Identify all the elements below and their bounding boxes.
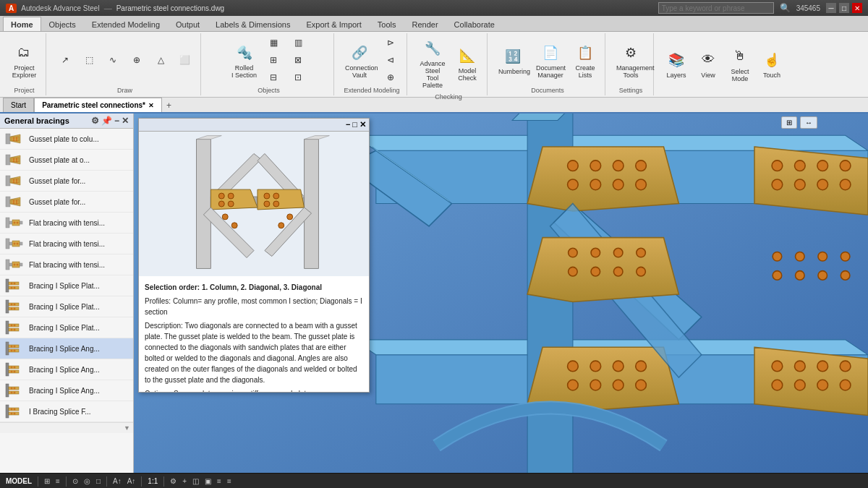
svg-point-137 [840, 380, 851, 390]
management-tools-button[interactable]: ⚙ ManagementTools [613, 39, 649, 82]
draw-btn-5[interactable]: △ [149, 52, 172, 68]
annotate-a1-icon[interactable]: A↑ [113, 477, 122, 485]
obj-btn-1[interactable]: ▦ [262, 35, 285, 51]
tab-output[interactable]: Output [168, 17, 208, 31]
draw-btn-2[interactable]: ⬚ [77, 52, 101, 68]
sidebar-item-10[interactable]: Bracing I Splice Plat... [0, 317, 133, 338]
sidebar-item-label-14: I Bracing Splice F... [29, 408, 91, 416]
preview-maximize-icon[interactable]: □ [352, 120, 357, 129]
vc-btn-2[interactable]: ↔ [800, 116, 817, 129]
tab-render[interactable]: Render [404, 17, 446, 31]
tab-add-button[interactable]: + [162, 99, 176, 112]
tab-collaborate[interactable]: Collaborate [446, 17, 503, 31]
svg-point-69 [11, 350, 13, 352]
ext-btn-3[interactable]: ⊕ [379, 69, 402, 85]
tab-start[interactable]: Start [3, 98, 34, 112]
rolled-i-section-button[interactable]: 🔩 RolledI Section [228, 39, 260, 82]
settings-status-icon[interactable]: ⚙ [170, 477, 176, 485]
sidebar-item-13[interactable]: Bracing I Splice Ang... [0, 380, 133, 401]
select-mode-button[interactable]: 🖱 SelectMode [725, 43, 755, 85]
grid-icon[interactable]: ⊞ [44, 477, 50, 485]
preview-description: Selection order: 1. Column, 2. Diagonal,… [139, 276, 369, 392]
circle-icon[interactable]: ◎ [84, 477, 90, 485]
draw-btn-4[interactable]: ⊕ [125, 52, 148, 68]
preview-image [139, 132, 369, 276]
menu1-icon[interactable]: ≡ [217, 477, 221, 485]
frame-icon[interactable]: ◫ [192, 477, 199, 485]
obj-btn-4[interactable]: ▥ [286, 35, 310, 51]
sidebar-item-2[interactable]: Gusset plate at o... [0, 150, 133, 171]
app-name: Autodesk Advance Steel [21, 4, 99, 12]
document-manager-button[interactable]: 📄 DocumentManager [532, 39, 569, 82]
numbering-button[interactable]: 🔢 Numbering [495, 43, 531, 78]
sidebar-item-1[interactable]: Gusset plate to colu... [0, 129, 133, 150]
sidebar-pin-icon[interactable]: 📌 [101, 116, 112, 126]
maximize-button[interactable]: □ [839, 3, 849, 13]
search-icon[interactable]: 🔍 [780, 3, 791, 13]
sidebar-item-4[interactable]: Gusset plate for... [0, 192, 133, 213]
menu2-icon[interactable]: ≡ [227, 477, 231, 485]
sidebar-item-5[interactable]: Flat bracing with tensi... [0, 213, 133, 234]
tab-labels[interactable]: Labels & Dimensions [208, 17, 298, 31]
obj-btn-3[interactable]: ⊟ [262, 69, 285, 85]
search-input[interactable] [658, 2, 774, 14]
plus-status-icon[interactable]: + [182, 477, 187, 485]
svg-point-129 [840, 179, 851, 190]
layers-button[interactable]: 📚 Layers [661, 46, 692, 82]
connection-vault-button[interactable]: 🔗 ConnectionVault [341, 39, 378, 82]
create-lists-button[interactable]: 📋 CreateLists [570, 39, 600, 82]
preview-close-icon[interactable]: ✕ [359, 120, 366, 129]
sidebar-item-3[interactable]: Gusset plate for... [0, 171, 133, 192]
obj-btn-6[interactable]: ⊡ [286, 69, 310, 85]
tab-tools[interactable]: Tools [370, 17, 404, 31]
sidebar-item-icon-11 [4, 341, 25, 356]
sidebar-item-8[interactable]: Bracing I Splice Plat... [0, 275, 133, 296]
sidebar-close-icon[interactable]: ✕ [122, 116, 129, 126]
obj-btn-5[interactable]: ⊠ [286, 52, 310, 68]
checking-group-label: Checking [435, 92, 462, 100]
sidebar-item-9[interactable]: Bracing I Splice Plat... [0, 296, 133, 317]
ext-btn-2[interactable]: ⊲ [379, 52, 402, 68]
sidebar-minus-icon[interactable]: − [114, 116, 119, 126]
svg-point-124 [817, 160, 828, 171]
draw-btn-3[interactable]: ∿ [101, 52, 124, 68]
box-icon[interactable]: □ [96, 477, 101, 485]
orbit-icon[interactable]: ⊙ [72, 477, 78, 485]
preview-minimize-icon[interactable]: − [346, 120, 350, 129]
draw-btn-6[interactable]: ⬜ [173, 52, 196, 68]
tab-close-icon[interactable]: ✕ [148, 102, 154, 109]
touch-button[interactable]: ☝ Touch [757, 46, 787, 82]
tab-parametric[interactable]: Parametric steel connections* ✕ [34, 98, 162, 112]
sidebar-item-12[interactable]: Bracing I Splice Ang... [0, 359, 133, 380]
draw-btn-1[interactable]: ↗ [54, 52, 77, 68]
list-icon[interactable]: ≡ [56, 477, 60, 485]
ribbon-tabs: Home Objects Extended Modeling Output La… [0, 16, 868, 32]
close-button[interactable]: ✕ [852, 3, 862, 13]
project-explorer-button[interactable]: 🗂 ProjectExplorer [9, 39, 41, 82]
sidebar-item-6[interactable]: Flat bracing with tensi... [0, 234, 133, 254]
annotate-a2-icon[interactable]: A↑ [127, 477, 136, 485]
view-button[interactable]: 👁 View [693, 46, 723, 82]
sidebar-settings-icon[interactable]: ⚙ [91, 116, 99, 126]
sidebar-item-11[interactable]: Bracing I Splice Ang... [0, 338, 133, 359]
tab-home[interactable]: Home [3, 17, 41, 31]
tab-extended-modeling[interactable]: Extended Modeling [84, 17, 168, 31]
profiles-text: Profiles: Column= any profile, most comm… [145, 296, 363, 317]
minimize-button[interactable]: ─ [826, 3, 836, 13]
tool-palette-button[interactable]: 🔧 Advance SteelTool Palette [414, 35, 451, 92]
model-check-button[interactable]: 📐 ModelCheck [452, 42, 482, 85]
tab-export[interactable]: Export & Import [298, 17, 369, 31]
svg-rect-43 [6, 279, 9, 292]
ext-icon-2: ⊲ [385, 54, 396, 66]
vc-btn-1[interactable]: ⊞ [781, 116, 797, 129]
ext-btn-1[interactable]: ⊳ [379, 35, 402, 51]
obj-btn-2[interactable]: ⊞ [262, 52, 285, 68]
svg-point-67 [11, 346, 13, 348]
tab-objects[interactable]: Objects [41, 17, 84, 31]
grid2-icon[interactable]: ▣ [205, 477, 211, 485]
svg-point-131 [795, 361, 806, 372]
svg-point-180 [287, 214, 293, 220]
sidebar-item-14[interactable]: I Bracing Splice F... [0, 401, 133, 422]
svg-point-122 [772, 160, 783, 171]
sidebar-item-7[interactable]: Flat bracing with tensi... [0, 254, 133, 275]
